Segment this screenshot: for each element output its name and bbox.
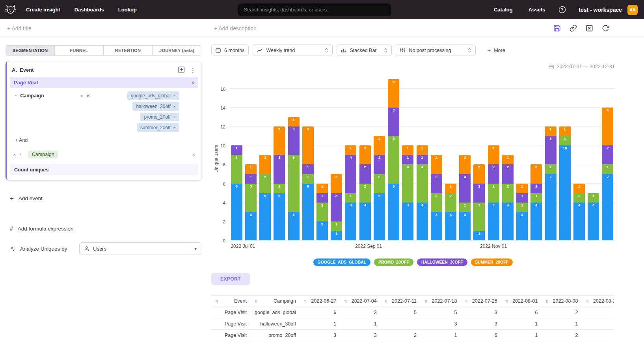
filter-property[interactable]: Campaign (20, 93, 80, 99)
bar-segment-summer-20off-2022-09-19[interactable]: 1 (402, 145, 413, 155)
add-title-button[interactable]: + Add title (7, 25, 32, 32)
filter-value-tag-promo-20off[interactable]: promo_20off× (140, 113, 179, 121)
add-formula-button[interactable]: # Add formula expression (10, 225, 201, 232)
bar-segment-promo-20off-2022-08-15[interactable]: 1 (331, 221, 342, 231)
bar-segment-promo-20off-2022-07-25[interactable]: 6 (288, 155, 300, 212)
bar-segment-halloween-30off-2022-10-03[interactable]: 2 (431, 174, 442, 193)
bar-segment-halloween-30off-2022-07-25[interactable]: 3 (288, 126, 300, 155)
bar-segment-halloween-30off-2022-08-22[interactable]: 4 (345, 155, 356, 193)
bar-segment-google-ads-global-2022-11-14[interactable]: 3 (516, 212, 528, 240)
close-insight-icon[interactable] (586, 24, 593, 32)
bar-segment-summer-20off-2022-08-29[interactable]: 2 (359, 145, 371, 164)
bar-segment-google-ads-global-2022-09-05[interactable]: 5 (374, 193, 385, 240)
bar-segment-summer-20off-2022-11-21[interactable]: 2 (530, 164, 542, 183)
nav-item-lookup[interactable]: Lookup (118, 7, 137, 13)
bar-segment-promo-20off-2022-07-04[interactable]: 3 (245, 184, 257, 212)
bar-segment-promo-20off-2022-08-29[interactable]: 2 (359, 184, 371, 203)
remove-breakdown-icon[interactable]: × (13, 152, 16, 157)
add-and-filter-button[interactable]: + And (15, 138, 201, 143)
bar-segment-google-ads-global-2022-07-04[interactable]: 3 (245, 212, 257, 240)
trend-select[interactable]: Weekly trend (253, 45, 333, 56)
tab-segmentation[interactable]: SEGMENTATION (6, 46, 55, 55)
bar-segment-google-ads-global-2022-07-11[interactable]: 5 (259, 193, 271, 240)
bar-segment-google-ads-global-2022-07-25[interactable]: 3 (288, 212, 300, 240)
add-event-button[interactable]: + Add event (10, 195, 201, 202)
bar-segment-google-ads-global-2022-08-08[interactable]: 2 (316, 221, 328, 240)
bar-segment-halloween-30off-2022-11-28[interactable]: 3 (545, 136, 557, 164)
bar-segment-google-ads-global-2022-11-28[interactable]: 7 (545, 174, 557, 240)
aggregation-selector[interactable]: Count uniques (10, 164, 198, 175)
sort-icon[interactable]: ⇅ (385, 299, 388, 303)
nav-item-assets[interactable]: Assets (529, 7, 545, 13)
date-range-button[interactable]: 6 months (211, 45, 249, 56)
bar-segment-summer-20off-2022-09-26[interactable]: 1 (417, 145, 428, 155)
bar-segment-google-ads-global-2022-07-18[interactable]: 5 (274, 193, 285, 240)
bar-segment-promo-20off-2022-11-28[interactable]: 1 (545, 164, 557, 174)
sort-icon[interactable]: ⇅ (215, 299, 218, 303)
bar-segment-google-ads-global-2022-11-07[interactable]: 4 (502, 203, 514, 240)
bar-segment-google-ads-global-2022-12-12[interactable]: 4 (573, 203, 585, 240)
bar-segment-google-ads-global-2022-09-26[interactable]: 4 (417, 203, 428, 240)
bar-segment-summer-20off-2022-12-12[interactable]: 1 (573, 184, 585, 193)
bar-segment-promo-20off-2022-09-19[interactable]: 4 (402, 164, 413, 202)
bar-segment-promo-20off-2022-10-10[interactable]: 2 (445, 193, 456, 212)
search-input[interactable] (238, 4, 391, 16)
bar-segment-google-ads-global-2022-09-12[interactable]: 6 (388, 184, 399, 240)
remove-value-icon[interactable]: × (173, 104, 176, 109)
bar-segment-google-ads-global-2022-10-17[interactable]: 3 (459, 212, 471, 240)
bar-segment-google-ads-global-2022-08-15[interactable]: 1 (331, 231, 342, 240)
bar-segment-summer-20off-2022-08-08[interactable]: 1 (316, 184, 328, 193)
bar-segment-google-ads-global-2022-12-19[interactable]: 4 (588, 203, 599, 240)
bar-segment-promo-20off-2022-12-19[interactable]: 1 (588, 193, 599, 203)
filter-value-tag-google-ads-global[interactable]: google_ads_global× (127, 91, 179, 100)
nav-item-create-insight[interactable]: Create insight (26, 7, 60, 13)
duplicate-event-icon[interactable] (178, 67, 184, 73)
legend-summer-20off[interactable]: SUMMER_20OFF (471, 258, 513, 266)
bar-segment-halloween-30off-2022-06-27[interactable]: 1 (231, 145, 242, 155)
bar-segment-promo-20off-2022-09-05[interactable]: 2 (374, 174, 385, 193)
sort-icon[interactable]: ⇅ (545, 299, 549, 303)
export-button[interactable]: EXPORT (211, 273, 250, 285)
bar-segment-halloween-30off-2022-10-24[interactable]: 2 (473, 184, 485, 203)
bar-segment-promo-20off-2022-09-26[interactable]: 4 (417, 164, 428, 202)
legend-google-ads-global[interactable]: GOOGLE_ADS_GLOBAL (313, 258, 370, 266)
bar-segment-halloween-30off-2022-11-07[interactable]: 2 (502, 164, 514, 183)
avatar[interactable]: AA (627, 5, 638, 15)
bar-segment-halloween-30off-2022-08-15[interactable]: 3 (331, 193, 342, 221)
bar-segment-google-ads-global-2022-10-10[interactable]: 3 (445, 212, 456, 240)
sort-icon[interactable]: ⇅ (344, 299, 347, 303)
bar-segment-summer-20off-2022-07-04[interactable]: 1 (245, 164, 257, 174)
bar-segment-summer-20off-2022-11-28[interactable]: 1 (545, 126, 557, 136)
bar-segment-promo-20off-2022-11-14[interactable]: 1 (516, 203, 528, 212)
nav-item-catalog[interactable]: Catalog (494, 7, 513, 13)
legend-halloween-30off[interactable]: HALLOWEEN_30OFF (417, 258, 467, 266)
bar-segment-promo-20off-2022-09-12[interactable]: 5 (388, 136, 399, 183)
sort-icon[interactable]: ⇅ (465, 299, 468, 303)
bar-segment-halloween-30off-2022-07-18[interactable]: 3 (274, 155, 285, 183)
bar-segment-google-ads-global-2022-06-27[interactable]: 6 (231, 184, 242, 240)
bar-segment-google-ads-global-2022-12-05[interactable]: 10 (559, 145, 571, 240)
bar-segment-summer-20off-2022-12-05[interactable]: 1 (559, 126, 571, 136)
remove-value-icon[interactable]: × (173, 93, 176, 98)
nav-item-dashboards[interactable]: Dashboards (74, 7, 104, 13)
bar-segment-summer-20off-2022-07-18[interactable]: 3 (274, 126, 285, 155)
bar-segment-summer-20off-2022-09-12[interactable]: 3 (388, 79, 399, 108)
copy-link-icon[interactable] (570, 24, 577, 32)
bar-segment-summer-20off-2022-08-15[interactable]: 2 (331, 174, 342, 193)
bar-segment-promo-20off-2022-12-26[interactable]: 1 (602, 164, 613, 174)
bar-segment-halloween-30off-2022-11-14[interactable]: 1 (516, 193, 528, 203)
bar-segment-halloween-30off-2022-08-29[interactable]: 2 (359, 164, 371, 183)
remove-value-icon[interactable]: × (173, 115, 176, 119)
bar-segment-google-ads-global-2022-12-26[interactable]: 7 (602, 174, 613, 240)
event-menu-icon[interactable]: ⋮ (190, 67, 196, 73)
bar-segment-summer-20off-2022-07-25[interactable]: 1 (288, 117, 300, 126)
bar-segment-summer-20off-2022-10-10[interactable]: 1 (445, 184, 456, 193)
bar-segment-halloween-30off-2022-08-08[interactable]: 1 (316, 193, 328, 203)
sort-icon[interactable]: ⇅ (424, 299, 428, 303)
bar-segment-halloween-30off-2022-10-17[interactable]: 3 (459, 174, 471, 203)
help-icon[interactable]: ? (558, 6, 566, 13)
bar-segment-promo-20off-2022-11-21[interactable]: 1 (530, 193, 542, 203)
bar-segment-halloween-30off-2022-08-01[interactable]: 1 (302, 164, 314, 174)
bar-segment-google-ads-global-2022-10-03[interactable]: 3 (431, 212, 442, 240)
bar-segment-promo-20off-2022-10-03[interactable]: 2 (431, 193, 442, 212)
